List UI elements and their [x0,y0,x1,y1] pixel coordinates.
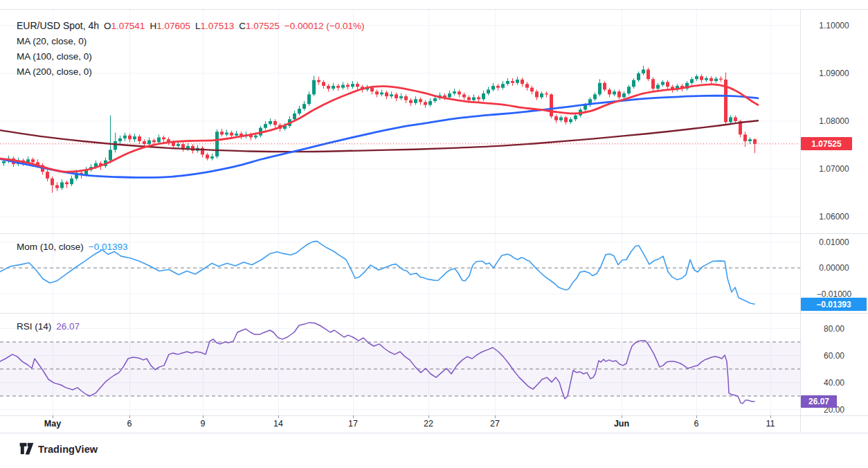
rsi-tick-label: 60.00 [802,351,867,361]
ma20-legend[interactable]: MA (20, close, 0) [17,35,87,46]
tradingview-logo-icon [19,442,34,456]
rsi-tick-label: 40.00 [802,378,867,388]
momentum-value: −0.01393 [89,242,128,252]
ohlc-low: L1.07513 [195,21,234,31]
rsi-label: RSI (14) [17,321,51,332]
time-tick-label: May [44,419,61,429]
rsi-legend[interactable]: RSI (14) 26.07 [17,321,80,332]
rsi-value: 26.07 [56,321,80,332]
rsi-tick-label: 80.00 [802,324,867,334]
momentum-value-badge: −0.01393 [801,298,867,311]
time-tick-label: 22 [424,419,433,429]
ma20-label: MA (20, close, 0) [17,36,87,46]
price-tick-label: 1.09000 [802,69,867,78]
momentum-tick-label: 0.01000 [802,237,867,247]
ohlc-open: O1.07541 [104,21,145,31]
price-tick-label: 1.06000 [802,212,867,222]
ohlc-high: H1.07605 [150,21,190,31]
tradingview-logo[interactable]: TradingView [19,442,98,456]
symbol-title: EUR/USD Spot, 4h [17,20,99,31]
time-tick-label: 9 [201,419,206,429]
tradingview-chart-root: EUR/USD Spot, 4h O1.07541 H1.07605 L1.07… [0,0,868,468]
time-tick-label: 6 [694,419,699,429]
main-chart-pane[interactable] [0,9,800,233]
ohlc-close: C1.07525 [239,21,280,31]
ma200-legend[interactable]: MA (200, close, 0) [17,66,92,77]
rsi-value-badge: 26.07 [801,395,837,408]
change-value: −0.00012 (−0.01%) [284,21,365,31]
price-tick-label: 1.10000 [802,21,867,30]
time-tick-label: Jun [614,419,629,429]
last-price-badge: 1.07525 [801,137,852,150]
momentum-tick-label: 0.00000 [802,263,867,273]
time-tick-label: 17 [348,419,358,429]
time-tick-label: 14 [273,419,283,429]
time-tick-label: 11 [766,419,775,429]
momentum-label: Mom (10, close) [17,242,84,252]
time-tick-label: 6 [127,419,132,429]
tradingview-logo-text: TradingView [38,444,98,455]
price-tick-label: 1.08000 [802,116,867,126]
ma100-label: MA (100, close, 0) [17,51,92,62]
price-tick-label: 1.07000 [802,164,867,174]
ma100-legend[interactable]: MA (100, close, 0) [17,51,92,62]
symbol-legend[interactable]: EUR/USD Spot, 4h O1.07541 H1.07605 L1.07… [17,20,364,31]
rsi-pane[interactable] [0,313,800,415]
ma200-label: MA (200, close, 0) [17,66,92,77]
momentum-legend[interactable]: Mom (10, close) −0.01393 [17,241,127,252]
time-tick-label: 27 [490,419,500,429]
